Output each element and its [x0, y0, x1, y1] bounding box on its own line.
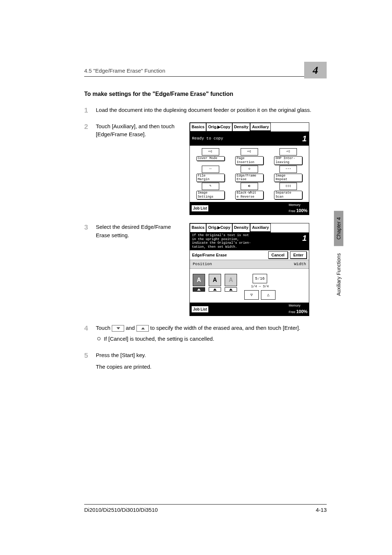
width-down-button[interactable]: ▽ [244, 290, 259, 300]
tab-density[interactable]: Density [232, 223, 250, 232]
step-2: 2 Touch [Auxiliary], and then touch [Edg… [84, 122, 327, 215]
lcd-screen-edge-frame-erase: Basics Orig.▶Copy Density Auxiliary If t… [189, 223, 309, 316]
down-triangle-icon: ▽ [250, 292, 253, 298]
enter-button[interactable]: Enter [290, 251, 307, 259]
ohp-interleaving-icon: ▱▯ [279, 148, 297, 155]
separate-scan-icon: ▯▯▯ [279, 183, 297, 190]
up-arrow-button-icon [136, 325, 149, 332]
position-top-option[interactable]: A [209, 274, 221, 286]
page-insertion-button[interactable]: Page Insertion [235, 156, 264, 165]
step-text-part-b: The copies are printed. [96, 363, 327, 371]
step-text-part-a: Press the [Start] key. [96, 352, 146, 358]
status-text: Ready to copy [192, 135, 223, 142]
step-text-part-b: and [126, 325, 136, 331]
cover-mode-button[interactable]: Cover Mode [196, 156, 225, 161]
tab-basics[interactable]: Basics [190, 223, 206, 232]
position-label: Position [193, 261, 212, 267]
edge-frame-erase-icon: ◇ [241, 166, 258, 173]
page-insertion-icon: ▭▯ [241, 148, 258, 155]
file-margin-button[interactable]: File Margin [196, 174, 225, 182]
side-tab-chapter: Chapter 4 [334, 211, 343, 246]
sub-note: If [Cancel] is touched, the setting is c… [96, 335, 327, 343]
step-number: 4 [84, 323, 88, 334]
copy-count: 1 [302, 234, 307, 249]
cover-mode-icon: ▭▯ [202, 148, 219, 155]
tab-orig-copy[interactable]: Orig.▶Copy [206, 123, 232, 132]
tab-auxiliary[interactable]: Auxiliary [250, 223, 270, 232]
step-text: Touch [Auxiliary], and then touch [Edge/… [96, 122, 183, 139]
job-list-button[interactable]: Job List [191, 205, 209, 212]
separate-scan-button[interactable]: Separate Scan [274, 191, 302, 199]
width-range-label: 1/4 ↔ 3/4 [251, 284, 269, 289]
ohp-interleaving-button[interactable]: OHP Inter- leaving [274, 156, 302, 165]
width-up-button[interactable]: △ [261, 290, 275, 300]
message-text: If the Original's text is not in the upr… [192, 234, 251, 249]
position-left-option[interactable]: A [193, 274, 205, 286]
tab-basics[interactable]: Basics [190, 123, 206, 132]
footer-model: Di2010/Di2510/Di3010/Di3510 [84, 507, 158, 513]
procedure-heading: To make settings for the "Edge/Frame Era… [84, 91, 327, 97]
position-left-indicator [193, 287, 205, 292]
side-tab-section: Auxiliary Functions [336, 252, 342, 297]
up-triangle-icon: △ [267, 292, 270, 298]
memory-value: 100% [296, 309, 307, 314]
memory-value: 100% [296, 208, 307, 213]
step-3: 3 Select the desired Edge/Frame Erase se… [84, 223, 327, 316]
image-settings-button[interactable]: Image Settings [196, 191, 225, 199]
section-title: 4.5 "Edge/Frame Erase" Function [84, 68, 165, 74]
image-repeat-button[interactable]: Image Repeat [274, 174, 302, 182]
tab-orig-copy[interactable]: Orig.▶Copy [206, 223, 232, 232]
width-label: Width [294, 261, 306, 267]
footer-page-number: 4-13 [316, 507, 327, 513]
position-frame-indicator [225, 287, 237, 292]
header-rule [84, 76, 327, 77]
down-arrow-button-icon [112, 325, 124, 332]
black-white-reverse-button[interactable]: Black-Whit e Reverse [235, 191, 264, 199]
copy-count: 1 [302, 133, 307, 145]
step-text-part-a: Touch [96, 325, 112, 331]
chapter-number-badge: 4 [304, 62, 327, 78]
step-number: 1 [84, 105, 88, 116]
image-settings-icon: ✎ [202, 183, 219, 190]
step-number: 5 [84, 351, 88, 361]
step-text: Select the desired Edge/Frame Erase sett… [96, 223, 183, 239]
width-value-display: 5⁄16 [253, 274, 267, 283]
screen-title: Edge/Frame Erase [192, 252, 227, 258]
step-4: 4 Touch and to specify the width of the … [84, 324, 327, 343]
edge-frame-erase-button[interactable]: Edge/Frame Erase [235, 174, 264, 182]
position-top-indicator [209, 287, 221, 292]
position-frame-option[interactable]: A [225, 274, 237, 286]
step-text-part-c: to specify the width of the erased area,… [150, 325, 301, 331]
image-repeat-icon: ▫▫▫ [279, 166, 297, 173]
step-1: 1 Load the document into the duplexing d… [84, 106, 327, 114]
step-text: Load the document into the duplexing doc… [96, 107, 311, 113]
lcd-screen-auxiliary: Basics Orig.▶Copy Density Auxiliary Read… [189, 122, 309, 215]
job-list-button[interactable]: Job List [191, 306, 209, 313]
step-number: 2 [84, 122, 88, 132]
tab-density[interactable]: Density [232, 123, 250, 132]
step-5: 5 Press the [Start] key. The copies are … [84, 351, 327, 371]
step-number: 3 [84, 222, 88, 233]
tab-auxiliary[interactable]: Auxiliary [250, 123, 270, 132]
file-margin-icon: ↔ [202, 166, 219, 173]
black-white-reverse-icon: ◐ [241, 183, 258, 190]
cancel-button[interactable]: Cancel [268, 251, 288, 259]
